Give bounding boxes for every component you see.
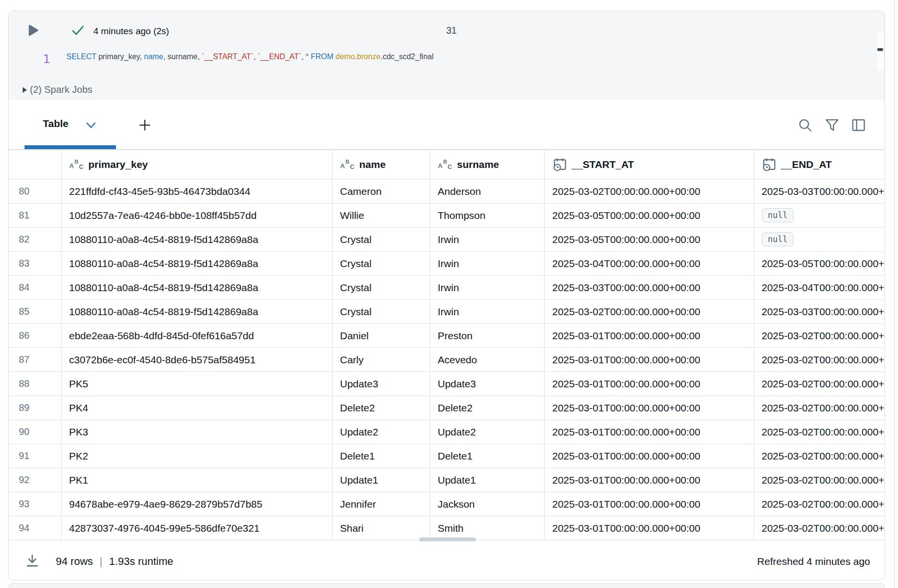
data-cell[interactable]: 2025-03-01T00:00:00.000+00:00 <box>544 324 754 348</box>
data-cell[interactable]: Anderson <box>430 179 544 204</box>
data-cell[interactable]: PK3 <box>61 420 332 444</box>
row-index-cell[interactable]: 93 <box>9 492 61 516</box>
row-index-cell[interactable]: 88 <box>9 372 61 396</box>
data-cell[interactable]: 10880110-a0a8-4c54-8819-f5d142869a8a <box>61 228 332 252</box>
data-cell[interactable]: Update2 <box>332 420 430 444</box>
data-cell[interactable]: 2025-03-02T00:00:00.000+00:00 <box>754 444 885 468</box>
row-index-cell[interactable]: 91 <box>9 444 61 468</box>
tab-table[interactable]: Table <box>43 118 68 129</box>
row-index-cell[interactable]: 94 <box>9 516 61 540</box>
data-cell[interactable]: Crystal <box>332 300 430 324</box>
row-index-cell[interactable]: 87 <box>9 348 61 372</box>
data-cell[interactable]: PK4 <box>61 396 332 420</box>
data-cell[interactable]: Carly <box>332 348 430 372</box>
data-cell[interactable]: Daniel <box>332 324 430 348</box>
data-cell[interactable]: 2025-03-01T00:00:00.000+00:00 <box>544 468 754 492</box>
spark-jobs-toggle[interactable]: (2) Spark Jobs <box>9 82 885 100</box>
data-cell[interactable]: 2025-03-03T00:00:00.000+00:00 <box>544 276 754 300</box>
data-cell[interactable]: c3072b6e-ec0f-4540-8de6-b575af584951 <box>61 348 332 372</box>
filter-icon[interactable] <box>825 118 839 132</box>
data-cell[interactable]: 2025-03-01T00:00:00.000+00:00 <box>544 492 754 516</box>
column-header-surname[interactable]: ABCsurname <box>430 150 544 179</box>
data-cell[interactable]: Irwin <box>430 252 544 276</box>
data-cell[interactable]: 2025-03-02T00:00:00.000+00:00 <box>754 492 885 516</box>
data-cell[interactable]: 2025-03-05T00:00:00.000+00:00 <box>544 228 754 252</box>
data-cell[interactable]: Shari <box>332 516 430 540</box>
row-index-cell[interactable]: 81 <box>9 204 61 228</box>
data-cell[interactable]: 2025-03-01T00:00:00.000+00:00 <box>544 444 754 468</box>
data-cell[interactable]: 2025-03-05T00:00:00.000+00:00 <box>754 252 885 276</box>
data-cell[interactable]: 2025-03-02T00:00:00.000+00:00 <box>754 420 885 444</box>
data-cell[interactable]: 2025-03-02T00:00:00.000+00:00 <box>754 516 885 540</box>
data-cell[interactable]: 2025-03-01T00:00:00.000+00:00 <box>544 396 754 420</box>
data-cell[interactable]: 221ffdfd-cf43-45e5-93b5-46473bda0344 <box>61 179 332 204</box>
data-cell[interactable]: 10880110-a0a8-4c54-8819-f5d142869a8a <box>61 276 332 300</box>
data-cell[interactable]: 2025-03-02T00:00:00.000+00:00 <box>754 372 885 396</box>
row-index-cell[interactable]: 86 <box>9 324 61 348</box>
chevron-down-icon[interactable] <box>86 122 96 129</box>
column-header-__START_AT[interactable]: __START_AT <box>544 150 754 179</box>
data-cell[interactable]: Acevedo <box>430 348 544 372</box>
data-cell[interactable]: 10880110-a0a8-4c54-8819-f5d142869a8a <box>61 252 332 276</box>
column-header-primary_key[interactable]: ABCprimary_key <box>61 150 332 179</box>
data-cell[interactable]: Update2 <box>430 420 544 444</box>
data-cell[interactable]: Update1 <box>430 468 544 492</box>
data-cell[interactable]: 2025-03-02T00:00:00.000+00:00 <box>544 179 754 204</box>
search-icon[interactable] <box>798 118 812 132</box>
row-index-cell[interactable]: 85 <box>9 300 61 324</box>
data-cell[interactable]: Delete2 <box>430 396 544 420</box>
data-cell[interactable]: PK5 <box>61 372 332 396</box>
data-cell[interactable]: Delete1 <box>430 444 544 468</box>
data-cell[interactable]: 2025-03-03T00:00:00.000+00:00 <box>754 179 885 204</box>
data-cell[interactable]: Thompson <box>430 204 544 228</box>
data-cell[interactable]: 10880110-a0a8-4c54-8819-f5d142869a8a <box>61 300 332 324</box>
code-minimap-thumb[interactable] <box>877 48 883 51</box>
data-cell[interactable]: 2025-03-02T00:00:00.000+00:00 <box>754 348 885 372</box>
row-index-cell[interactable]: 92 <box>9 468 61 492</box>
data-cell[interactable]: null <box>754 204 885 228</box>
data-cell[interactable]: 2025-03-01T00:00:00.000+00:00 <box>544 372 754 396</box>
data-cell[interactable]: 2025-03-02T00:00:00.000+00:00 <box>544 300 754 324</box>
data-cell[interactable]: Delete1 <box>332 444 430 468</box>
row-index-cell[interactable]: 83 <box>9 252 61 276</box>
data-cell[interactable]: Willie <box>332 204 430 228</box>
data-cell[interactable]: 2025-03-01T00:00:00.000+00:00 <box>544 348 754 372</box>
data-cell[interactable]: Cameron <box>332 179 430 204</box>
data-cell[interactable]: Smith <box>430 516 544 540</box>
row-index-cell[interactable]: 82 <box>9 228 61 252</box>
row-index-cell[interactable]: 80 <box>9 179 61 204</box>
download-results-button[interactable] <box>25 554 39 569</box>
data-cell[interactable]: Update3 <box>332 372 430 396</box>
row-index-cell[interactable]: 90 <box>9 420 61 444</box>
data-cell[interactable]: null <box>754 228 885 252</box>
data-cell[interactable]: PK2 <box>61 444 332 468</box>
data-cell[interactable]: Crystal <box>332 252 430 276</box>
data-cell[interactable]: Jennifer <box>332 492 430 516</box>
data-cell[interactable]: Update1 <box>332 468 430 492</box>
data-cell[interactable]: 2025-03-02T00:00:00.000+00:00 <box>754 396 885 420</box>
data-cell[interactable]: Irwin <box>430 300 544 324</box>
data-cell[interactable]: Crystal <box>332 228 430 252</box>
column-header-__END_AT[interactable]: __END_AT <box>754 150 885 179</box>
data-cell[interactable]: Jackson <box>430 492 544 516</box>
data-cell[interactable]: 2025-03-02T00:00:00.000+00:00 <box>754 324 885 348</box>
data-cell[interactable]: Update3 <box>430 372 544 396</box>
data-cell[interactable]: 2025-03-01T00:00:00.000+00:00 <box>544 420 754 444</box>
horizontal-scrollbar-thumb[interactable] <box>419 537 476 541</box>
data-cell[interactable]: 2025-03-02T00:00:00.000+00:00 <box>754 468 885 492</box>
row-index-cell[interactable]: 84 <box>9 276 61 300</box>
data-cell[interactable]: 2025-03-05T00:00:00.000+00:00 <box>544 204 754 228</box>
data-cell[interactable]: 2025-03-04T00:00:00.000+00:00 <box>544 252 754 276</box>
data-cell[interactable]: 10d2557a-7ea6-4246-bb0e-108ff45b57dd <box>61 204 332 228</box>
panel-icon[interactable] <box>851 118 866 132</box>
data-cell[interactable]: PK1 <box>61 468 332 492</box>
data-cell[interactable]: Irwin <box>430 276 544 300</box>
data-cell[interactable]: Preston <box>430 324 544 348</box>
sql-code-line[interactable]: SELECT primary_key, name, surname, `__ST… <box>66 52 434 61</box>
run-cell-button[interactable] <box>27 24 39 37</box>
data-cell[interactable]: 94678abe-e979-4ae9-8629-2879b57d7b85 <box>61 492 332 516</box>
data-cell[interactable]: 2025-03-04T00:00:00.000+00:00 <box>754 276 885 300</box>
data-cell[interactable]: 2025-03-03T00:00:00.000+00:00 <box>754 300 885 324</box>
data-cell[interactable]: 42873037-4976-4045-99e5-586dfe70e321 <box>61 516 332 540</box>
row-index-cell[interactable]: 89 <box>9 396 61 420</box>
